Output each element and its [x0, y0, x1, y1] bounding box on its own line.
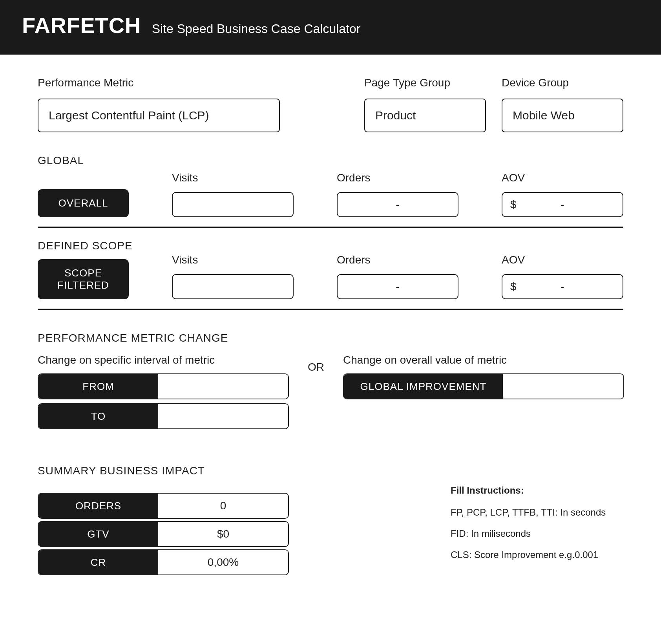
from-input-pair: FROM [38, 373, 289, 399]
device-group-field: Device Group Mobile Web [502, 77, 623, 132]
global-section-title: GLOBAL [38, 154, 623, 167]
summary-left: SUMMARY BUSINESS IMPACT ORDERS 0 GTV $0 … [38, 465, 289, 575]
filter-row: Performance Metric Largest Contentful Pa… [38, 77, 623, 132]
summary-cr-row: CR 0,00% [38, 549, 289, 575]
scope-section-title: DEFINED SCOPE [38, 240, 623, 252]
summary-orders-row: ORDERS 0 [38, 493, 289, 519]
global-orders-value: - [337, 192, 458, 217]
global-aov-label: AOV [502, 172, 623, 184]
device-group-select[interactable]: Mobile Web [502, 99, 623, 132]
main-content: Performance Metric Largest Contentful Pa… [0, 55, 661, 607]
app-header: FARFETCH Site Speed Business Case Calcul… [0, 0, 661, 55]
from-to-stack: FROM TO [38, 373, 289, 429]
global-aov-col: AOV $ - [502, 172, 623, 217]
summary-section: SUMMARY BUSINESS IMPACT ORDERS 0 GTV $0 … [38, 465, 623, 575]
logo: FARFETCH [22, 13, 141, 38]
divider [38, 227, 623, 228]
scope-orders-label: Orders [337, 254, 458, 266]
scope-visits-col: Visits [172, 254, 294, 299]
change-interval-col: Change on specific interval of metric FR… [38, 354, 289, 429]
instructions-line-2: FID: In miliseconds [451, 528, 623, 539]
summary-stack: ORDERS 0 GTV $0 CR 0,00% [38, 493, 289, 575]
page-type-group-label: Page Type Group [364, 77, 486, 89]
dollar-prefix: $ [510, 198, 517, 211]
from-input[interactable] [158, 374, 288, 399]
instructions-line-1: FP, PCP, LCP, TTFB, TTI: In seconds [451, 507, 623, 518]
summary-section-title: SUMMARY BUSINESS IMPACT [38, 465, 289, 477]
scope-visits-input[interactable] [172, 274, 294, 299]
scope-metrics-row: SCOPE FILTERED Visits Orders - AOV $ - [38, 254, 623, 299]
change-overall-col: Change on overall value of metric GLOBAL… [343, 354, 624, 399]
scope-aov-value: $ - [502, 274, 623, 299]
overall-pill: OVERALL [38, 189, 129, 217]
global-metrics-row: OVERALL Visits Orders - AOV $ - [38, 172, 623, 217]
scope-aov-col: AOV $ - [502, 254, 623, 299]
change-section-title: PERFORMANCE METRIC CHANGE [38, 332, 623, 344]
summary-gtv-value: $0 [158, 522, 288, 546]
performance-metric-select[interactable]: Largest Contentful Paint (LCP) [38, 99, 280, 132]
page-title: Site Speed Business Case Calculator [152, 22, 361, 36]
page-type-group-field: Page Type Group Product [364, 77, 486, 132]
or-separator: OR [308, 361, 324, 373]
device-group-label: Device Group [502, 77, 623, 89]
performance-metric-label: Performance Metric [38, 77, 280, 89]
scope-visits-label: Visits [172, 254, 294, 266]
summary-cr-value: 0,00% [158, 550, 288, 574]
summary-orders-label: ORDERS [38, 494, 158, 518]
to-input[interactable] [158, 404, 288, 428]
global-visits-input[interactable] [172, 192, 294, 217]
global-visits-col: Visits [172, 172, 294, 217]
scope-aov-text: - [561, 280, 564, 293]
scope-orders-col: Orders - [337, 254, 458, 299]
page-type-group-select[interactable]: Product [364, 99, 486, 132]
global-aov-text: - [561, 198, 564, 211]
performance-metric-field: Performance Metric Largest Contentful Pa… [38, 77, 280, 132]
summary-orders-value: 0 [158, 494, 288, 518]
change-interval-label: Change on specific interval of metric [38, 354, 289, 366]
change-columns: Change on specific interval of metric FR… [38, 354, 623, 429]
global-improvement-input[interactable] [503, 374, 623, 399]
dollar-prefix: $ [510, 280, 517, 293]
change-section: PERFORMANCE METRIC CHANGE Change on spec… [38, 332, 623, 429]
global-aov-value: $ - [502, 192, 623, 217]
summary-cr-label: CR [38, 550, 158, 574]
scope-orders-value: - [337, 274, 458, 299]
instructions-title: Fill Instructions: [451, 485, 623, 496]
scope-filtered-pill: SCOPE FILTERED [38, 259, 129, 299]
instructions-line-3: CLS: Score Improvement e.g.0.001 [451, 549, 623, 560]
instructions-panel: Fill Instructions: FP, PCP, LCP, TTFB, T… [451, 485, 623, 571]
global-improvement-label: GLOBAL IMPROVEMENT [344, 374, 503, 399]
global-orders-col: Orders - [337, 172, 458, 217]
global-visits-label: Visits [172, 172, 294, 184]
scope-aov-label: AOV [502, 254, 623, 266]
summary-gtv-label: GTV [38, 522, 158, 546]
global-improvement-pair: GLOBAL IMPROVEMENT [343, 373, 624, 399]
summary-gtv-row: GTV $0 [38, 521, 289, 547]
global-orders-label: Orders [337, 172, 458, 184]
to-label: TO [38, 404, 158, 428]
divider [38, 309, 623, 310]
to-input-pair: TO [38, 403, 289, 429]
change-overall-label: Change on overall value of metric [343, 354, 624, 366]
from-label: FROM [38, 374, 158, 399]
